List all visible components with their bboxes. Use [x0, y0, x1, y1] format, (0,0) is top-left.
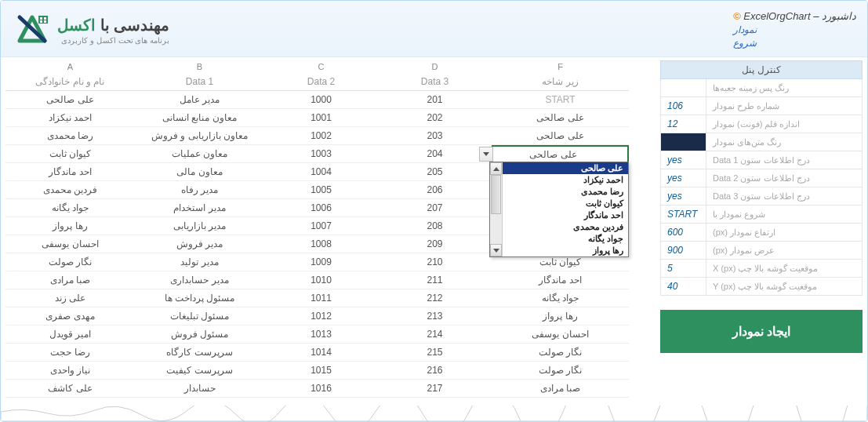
cell[interactable]: رضا محمدی — [5, 127, 135, 145]
scroll-up-icon[interactable] — [490, 162, 502, 175]
cell[interactable]: مسئول فروش — [135, 326, 264, 344]
cell[interactable]: 206 — [378, 181, 492, 199]
cell[interactable]: احد ماندگار — [5, 163, 135, 181]
cell[interactable]: سرپرست کارگاه — [135, 344, 264, 362]
control-panel-value[interactable]: 40 — [661, 278, 706, 295]
cell[interactable]: 1006 — [264, 199, 378, 217]
cell[interactable]: علی صالحی — [5, 91, 135, 109]
cell[interactable]: 217 — [378, 380, 492, 398]
cell[interactable]: 209 — [378, 235, 492, 253]
dropdown-item[interactable]: رضا محمدی — [490, 186, 628, 198]
col-header[interactable]: Data 1 — [135, 73, 264, 91]
cell[interactable]: 211 — [378, 271, 492, 289]
cell[interactable]: مدیر حسابداری — [135, 271, 264, 289]
cell[interactable]: معاون عملیات — [135, 145, 264, 163]
cell[interactable]: رها پرواز — [492, 307, 629, 326]
cell[interactable]: صبا مرادی — [492, 380, 629, 398]
cell[interactable]: مدیر بازاریابی — [135, 217, 264, 235]
control-panel-value[interactable] — [661, 79, 706, 96]
dropdown-item[interactable]: رها پرواز — [490, 245, 628, 256]
create-chart-button[interactable]: ایجاد نمودار — [660, 310, 863, 353]
cell[interactable]: مدیر عامل — [135, 91, 264, 109]
cell[interactable]: صبا مرادی — [5, 271, 135, 289]
cell[interactable]: 203 — [378, 127, 492, 145]
col-letter[interactable]: D — [378, 60, 492, 73]
cell[interactable]: رضا حجت — [5, 344, 135, 362]
col-letter[interactable]: A — [5, 60, 135, 73]
control-panel-value[interactable]: yes — [661, 187, 706, 205]
cell[interactable]: مدیر استخدام — [135, 199, 264, 217]
cell[interactable]: علی کاشف — [5, 380, 135, 398]
cell[interactable]: 1001 — [264, 109, 378, 127]
cell[interactable]: علی صالحی — [492, 127, 629, 145]
cell[interactable]: 1000 — [264, 91, 378, 109]
cell[interactable]: جواد یگانه — [5, 199, 135, 217]
cell[interactable]: نگار صولت — [5, 253, 135, 271]
cell[interactable]: مهدی صفری — [5, 307, 135, 326]
cell[interactable]: رها پرواز — [5, 217, 135, 235]
cell[interactable]: 1011 — [264, 289, 378, 307]
control-panel-value[interactable]: 900 — [661, 242, 706, 259]
cell[interactable]: معاون منابع انسانی — [135, 109, 264, 127]
cell[interactable]: 216 — [378, 362, 492, 380]
control-panel-value[interactable]: 12 — [661, 115, 706, 133]
control-panel-value[interactable]: yes — [661, 151, 706, 169]
col-header[interactable]: Data 3 — [378, 73, 492, 91]
cell[interactable]: فردین محمدی — [5, 181, 135, 199]
cell[interactable]: احسان یوسفی — [5, 235, 135, 253]
cell[interactable]: 1014 — [264, 344, 378, 362]
dropdown-item[interactable]: احد ماندگار — [490, 209, 628, 221]
cell[interactable]: 1015 — [264, 362, 378, 380]
cell[interactable]: 1003 — [264, 145, 378, 163]
cell[interactable]: کیوان ثابت — [5, 145, 135, 163]
cell[interactable]: 1010 — [264, 271, 378, 289]
cell[interactable]: 1002 — [264, 127, 378, 145]
cell[interactable]: 1008 — [264, 235, 378, 253]
cell[interactable]: امیر قویدل — [5, 326, 135, 344]
cell[interactable]: 204 — [378, 145, 492, 163]
cell[interactable]: START — [492, 91, 629, 109]
control-panel-value[interactable]: yes — [661, 169, 706, 187]
cell[interactable]: 202 — [378, 109, 492, 127]
cell[interactable]: معاون مالی — [135, 163, 264, 181]
cell[interactable]: احد ماندگار — [492, 271, 629, 289]
col-header[interactable]: زیر شاخه — [492, 73, 629, 91]
cell[interactable]: 1016 — [264, 380, 378, 398]
active-cell[interactable]: علی صالحیعلی صالحیاحمد نیکزادرضا محمدیکی… — [492, 145, 629, 163]
cell[interactable]: مسئول تبلیغات — [135, 307, 264, 326]
cell[interactable]: 207 — [378, 199, 492, 217]
col-letter[interactable]: C — [264, 60, 378, 73]
cell[interactable]: علی زند — [5, 289, 135, 307]
cell[interactable]: حسابدار — [135, 380, 264, 398]
dropdown-item[interactable]: احمد نیکزاد — [490, 174, 628, 186]
cell[interactable]: احمد نیکزاد — [5, 109, 135, 127]
cell[interactable]: 1004 — [264, 163, 378, 181]
cell[interactable]: 1013 — [264, 326, 378, 344]
control-panel-value[interactable]: START — [661, 206, 706, 223]
cell[interactable]: نگار صولت — [492, 362, 629, 380]
cell[interactable]: مدیر فروش — [135, 235, 264, 253]
cell[interactable]: 1005 — [264, 181, 378, 199]
col-letter[interactable]: F — [492, 60, 629, 73]
cell[interactable]: مدیر رفاه — [135, 181, 264, 199]
col-header[interactable]: نام و نام خانوادگی — [5, 73, 135, 91]
control-panel-value[interactable]: 5 — [661, 260, 706, 277]
cell[interactable]: 201 — [378, 91, 492, 109]
cell[interactable]: مسئول پرداخت ها — [135, 289, 264, 307]
cell[interactable]: 208 — [378, 217, 492, 235]
dropdown-item[interactable]: کیوان ثابت — [490, 198, 628, 209]
cell[interactable]: 205 — [378, 163, 492, 181]
cell[interactable]: 214 — [378, 326, 492, 344]
cell[interactable]: نیاز واحدی — [5, 362, 135, 380]
dropdown-item[interactable]: علی صالحی — [490, 162, 628, 174]
scrollbar[interactable] — [490, 162, 503, 256]
cell[interactable]: جواد یگانه — [492, 289, 629, 307]
dropdown-item[interactable]: فردین محمدی — [490, 221, 628, 233]
cell[interactable]: 212 — [378, 289, 492, 307]
scroll-thumb[interactable] — [491, 175, 501, 214]
control-panel-value[interactable]: 106 — [661, 97, 706, 115]
cell[interactable]: معاون بازاریابی و فروش — [135, 127, 264, 145]
cell[interactable]: 1007 — [264, 217, 378, 235]
cell[interactable]: علی صالحی — [492, 109, 629, 127]
cell[interactable]: نگار صولت — [492, 344, 629, 362]
